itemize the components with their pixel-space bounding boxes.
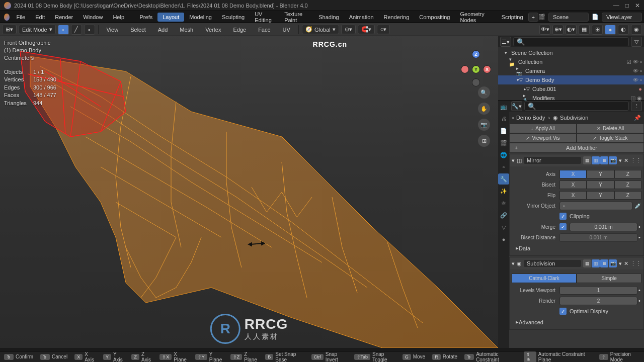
clipping-checkbox[interactable]: ✓ bbox=[559, 213, 567, 220]
menu-file[interactable]: File bbox=[12, 13, 31, 22]
orientation-dropdown[interactable]: 🧭 Global ▾ bbox=[302, 25, 339, 34]
viewlayer-selector[interactable]: ViewLayer bbox=[602, 13, 642, 22]
zoom-icon[interactable]: 🔍 bbox=[478, 86, 490, 99]
subdiv-edit-button[interactable]: ▥ bbox=[592, 259, 600, 267]
menu-render[interactable]: Render bbox=[50, 13, 78, 22]
menu-help[interactable]: Help bbox=[108, 13, 129, 22]
subdiv-close-button[interactable]: ✕ bbox=[624, 260, 628, 267]
xray-button[interactable]: ▦ bbox=[579, 25, 590, 35]
gizmo-x-pos[interactable]: X bbox=[483, 65, 491, 73]
pan-icon[interactable]: ✋ bbox=[478, 103, 490, 115]
mirror-close-button[interactable]: ✕ bbox=[624, 157, 628, 164]
tab-mesh[interactable]: ▽ bbox=[498, 222, 509, 233]
axis-z-button[interactable]: Z bbox=[614, 170, 641, 178]
mirror-extras-button[interactable]: ▾ bbox=[619, 157, 622, 164]
gizmo-x-neg[interactable] bbox=[461, 65, 469, 73]
tab-object[interactable]: ▫ bbox=[498, 161, 509, 172]
select-menu[interactable]: Select bbox=[125, 25, 151, 34]
shading-wireframe-button[interactable]: ⊞ bbox=[592, 25, 603, 35]
close-button[interactable]: ✕ bbox=[635, 2, 640, 9]
add-workspace-button[interactable]: + bbox=[528, 13, 538, 22]
optimal-display-checkbox[interactable]: ✓ bbox=[559, 308, 567, 315]
tree-camera[interactable]: ▸📷Camera👁 ▫ bbox=[498, 66, 644, 75]
render-levels-field[interactable]: 2 bbox=[559, 297, 637, 305]
delete-all-button[interactable]: ✕ Delete All bbox=[577, 124, 644, 133]
nav-gizmo[interactable]: Z Y X bbox=[461, 50, 491, 80]
minimize-button[interactable]: — bbox=[613, 2, 619, 9]
workspace-compositing[interactable]: Compositing bbox=[414, 13, 455, 22]
toggle-stack-button[interactable]: ↗ Toggle Stack bbox=[577, 133, 644, 143]
menu-window[interactable]: Window bbox=[78, 13, 108, 22]
tree-collection[interactable]: ▾📁Collection☑ 👁 ▫ bbox=[498, 57, 644, 66]
flip-y-button[interactable]: Y bbox=[587, 191, 614, 200]
viewport-vis-button[interactable]: ↗ Viewport Vis bbox=[509, 133, 577, 143]
workspace-layout[interactable]: Layout bbox=[157, 13, 184, 22]
mirror-render-button[interactable]: 📷 bbox=[609, 156, 617, 164]
gizmo-z-neg[interactable] bbox=[472, 78, 480, 86]
subdiv-extras-button[interactable]: ▾ bbox=[619, 260, 622, 267]
add-menu[interactable]: Add bbox=[153, 25, 173, 34]
subdiv-realtime-button[interactable]: 🖥 bbox=[600, 259, 608, 267]
edge-select-button[interactable]: ╱ bbox=[71, 25, 82, 35]
perspective-icon[interactable]: ⊞ bbox=[478, 135, 490, 147]
tree-demo-body[interactable]: ▾▽Demo Body👁 ▫ bbox=[498, 75, 644, 84]
tab-physics[interactable]: ⚛ bbox=[498, 198, 509, 209]
tab-viewlayer[interactable]: 📄 bbox=[498, 125, 509, 136]
bisect-z-button[interactable]: Z bbox=[614, 180, 641, 189]
axis-x-button[interactable]: X bbox=[559, 170, 587, 178]
mesh-visibility-button[interactable]: 👁▾ bbox=[539, 25, 550, 35]
outliner-search[interactable] bbox=[513, 37, 629, 46]
tab-constraints[interactable]: 🔗 bbox=[498, 210, 509, 221]
shading-rendered-button[interactable]: ◉ bbox=[631, 25, 642, 35]
proportional-dropdown[interactable]: ○▾ bbox=[377, 25, 390, 34]
bisect-x-button[interactable]: X bbox=[559, 180, 587, 189]
gizmo-y-axis[interactable]: Y bbox=[472, 65, 480, 73]
overlay-toggle-button[interactable]: ◐▾ bbox=[566, 25, 577, 35]
workspace-animation[interactable]: Animation bbox=[344, 13, 379, 22]
mirror-drag-icon[interactable]: ⋮⋮ bbox=[630, 157, 641, 164]
props-search[interactable] bbox=[524, 102, 629, 111]
tab-scene[interactable]: 🎬 bbox=[498, 137, 509, 148]
maximize-button[interactable]: □ bbox=[625, 2, 629, 9]
shading-solid-button[interactable]: ● bbox=[605, 25, 616, 35]
eyedropper-icon[interactable]: 💉 bbox=[634, 203, 641, 209]
add-modifier-button[interactable]: +Add Modifier bbox=[509, 143, 644, 153]
props-type-dropdown[interactable]: 🔧▾ bbox=[511, 101, 522, 111]
scene-selector[interactable]: Scene bbox=[548, 13, 589, 22]
bisect-dist-field[interactable]: 0.001 m bbox=[559, 233, 637, 242]
axis-y-button[interactable]: Y bbox=[587, 170, 614, 178]
vertex-menu[interactable]: Vertex bbox=[200, 25, 226, 34]
merge-checkbox[interactable]: ✓ bbox=[559, 223, 567, 230]
workspace-prefs[interactable]: Prefs bbox=[135, 13, 158, 22]
mirror-name-field[interactable]: Mirror bbox=[524, 157, 581, 164]
workspace-rendering[interactable]: Rendering bbox=[379, 13, 415, 22]
pin-icon[interactable]: 📌 bbox=[634, 115, 641, 121]
tab-modifiers[interactable]: 🔧 bbox=[498, 173, 509, 185]
tree-scene-collection[interactable]: ▾Scene Collection bbox=[498, 48, 644, 57]
workspace-sculpting[interactable]: Sculpting bbox=[217, 13, 250, 22]
workspace-modeling[interactable]: Modeling bbox=[184, 13, 217, 22]
workspace-texturepaint[interactable]: Texture Paint bbox=[279, 10, 313, 25]
merge-value-field[interactable]: 0.001 m bbox=[570, 223, 637, 231]
flip-x-button[interactable]: X bbox=[559, 191, 587, 200]
collapse-icon[interactable]: ▾ bbox=[512, 260, 515, 267]
mode-dropdown[interactable]: Edit Mode ▾ bbox=[19, 25, 56, 34]
workspace-uv[interactable]: UV Editing bbox=[250, 10, 279, 25]
tab-render[interactable]: 📺 bbox=[498, 101, 509, 112]
tree-cube[interactable]: ▸▽Cube.001● bbox=[498, 84, 644, 94]
edge-menu[interactable]: Edge bbox=[228, 25, 251, 34]
catmull-clark-tab[interactable]: Catmull-Clark bbox=[512, 274, 577, 283]
mirror-realtime-button[interactable]: 🖥 bbox=[600, 156, 608, 164]
subdiv-name-field[interactable]: Subdivision bbox=[524, 260, 581, 267]
subdiv-render-button[interactable]: 📷 bbox=[609, 259, 617, 267]
snap-dropdown[interactable]: 🧲▾ bbox=[358, 25, 375, 34]
levels-viewport-field[interactable]: 1 bbox=[559, 286, 637, 295]
workspace-shading[interactable]: Shading bbox=[313, 13, 344, 22]
uv-menu[interactable]: UV bbox=[278, 25, 295, 34]
simple-tab[interactable]: Simple bbox=[577, 274, 641, 283]
workspace-geonodes[interactable]: Geometry Nodes bbox=[455, 10, 496, 25]
advanced-section-toggle[interactable]: ▸ Advanced bbox=[512, 317, 641, 327]
subdiv-drag-icon[interactable]: ⋮⋮ bbox=[630, 260, 641, 267]
editor-type-dropdown[interactable]: ⊞▾ bbox=[2, 25, 17, 34]
vertex-select-button[interactable]: ▫ bbox=[58, 25, 69, 35]
